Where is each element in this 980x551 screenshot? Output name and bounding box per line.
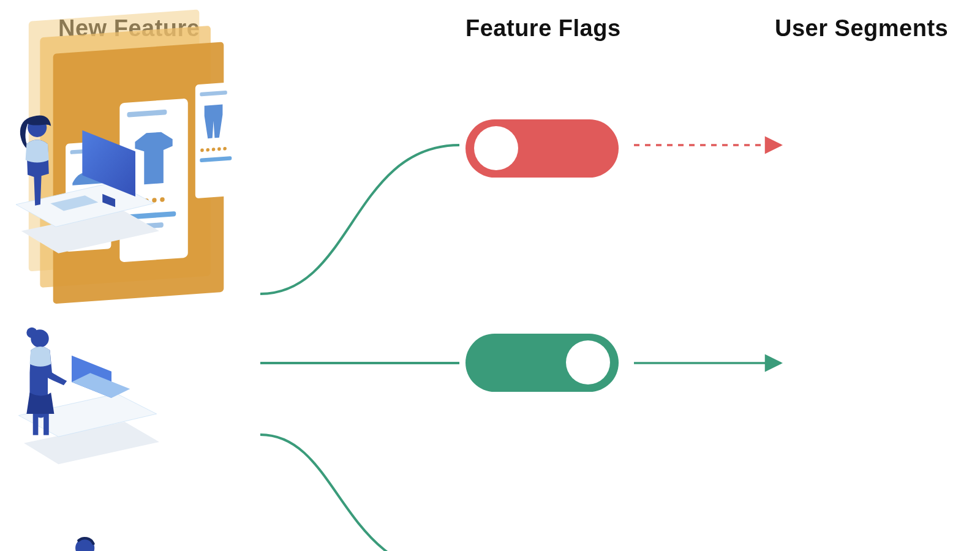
svg-point-40 <box>26 328 37 338</box>
user-segment-desktop <box>0 86 159 276</box>
svg-rect-42 <box>43 414 49 435</box>
user-segment-laptop <box>0 306 159 490</box>
feature-flag-toggle-on[interactable] <box>466 334 619 392</box>
diagram-stage: New Feature Feature Flags User Segments <box>0 0 980 551</box>
toggle-knob-icon <box>474 126 518 170</box>
toggle-knob-icon <box>566 340 610 384</box>
product-card-pants <box>195 81 241 198</box>
svg-rect-21 <box>195 81 241 198</box>
connector-feature-to-flag-3 <box>260 435 459 551</box>
connector-feature-to-flag-1 <box>260 145 459 294</box>
svg-rect-41 <box>33 414 39 435</box>
user-segment-headset <box>0 523 159 551</box>
feature-flag-toggle-off[interactable] <box>466 119 619 178</box>
